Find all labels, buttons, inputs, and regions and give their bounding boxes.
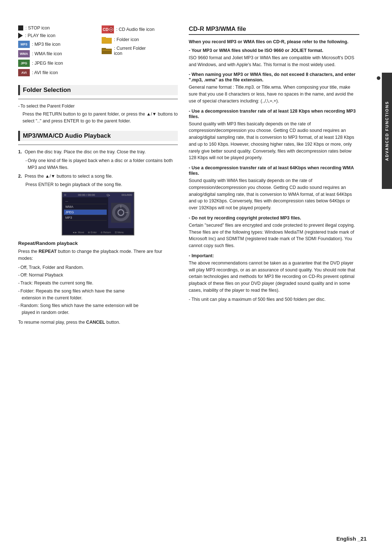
mp3-icon-label: : MP3 file icon [32,42,61,47]
folder-selection-divider [18,99,178,99]
cd-bullet-4: - Use a decompression transfer rate of a… [189,165,359,211]
mode-5: Random: Song files which have the same e… [18,302,178,316]
cd-bullet-1-text: ISO 9660 format and Joliet MP3 or WMA fi… [189,55,359,68]
svg-rect-10 [102,49,112,54]
cd-bullet-2-heading: - When naming your MP3 or WMA files, do … [189,72,355,82]
current-folder-icon-label: : Current Foldericon [114,46,146,56]
step1-note: Only one kind of file is played back whe… [25,157,178,171]
screen-move: ◄► Move [72,231,84,234]
screen-return: ⊘ Return [101,231,111,234]
step2: 2. Press the ▲/▼ buttons to select a son… [18,173,178,180]
mode-2: Off: Normal Playback [18,272,178,279]
cd-bullet-1-heading: - Your MP3 or WMA files should be ISO 96… [189,48,323,53]
resume-text: To resume normal play, press the CANCEL … [18,319,178,326]
mp3-section: MP3/WMA/CD Audio Playback 1. Open the di… [18,131,178,235]
screen-bottom-bar: ◄► Move ⊕ Enter ⊘ Return ☰ Menu [62,231,134,234]
wma-icon-label: : WMA file icon [32,51,62,56]
cd-bullet-5: - Do not try recording copyright protect… [189,215,359,249]
cd-bullet-5-text: Certain "secured" files are encrypted an… [189,222,359,249]
svg-rect-7 [102,38,112,43]
mp3-section-divider [18,145,178,145]
avi-icon-row: AVI : AVI file icon [18,69,94,76]
current-folder-icon-row: : Current Foldericon [102,46,178,56]
cd-audio-icon-row: CD : CD Audio file icon [102,25,178,33]
repeat-random-section: Repeat/Random playback Press the REPEAT … [18,241,178,326]
side-tab: Advanced Functions [382,73,392,189]
folder-selection-section: Folder Selection To select the Parent Fo… [18,85,178,124]
wma-icon: WMA [18,50,30,57]
avi-icon-label: : AVI file icon [32,70,58,75]
screen-menu: ☰ Menu [115,231,124,234]
icons-section: : STOP icon : PLAY file icon MP3 : MP3 f… [18,25,178,78]
left-column: : STOP icon : PLAY file icon MP3 : MP3 f… [18,25,178,524]
step2-note: Press ENTER to begin playback of the son… [25,181,178,188]
screen-item-mp3: MP3 [64,215,107,221]
screen-top-left: ⊙ [64,193,66,197]
cd-bullet-5-heading: - Do not try recording copyright protect… [189,215,301,221]
page-container: Advanced Functions : STOP icon : PLAY fi… [0,0,392,549]
cd-audio-icon-label: : CD Audio file icon [116,27,155,32]
screen-thumbnail [108,197,134,228]
screen-time: 00:00 / 00:00 [78,193,95,197]
svg-text:CD: CD [103,27,109,32]
stop-icon-label: : STOP icon [25,25,50,31]
cd-bullet-3: - Use a decompression transfer rate of a… [189,108,359,162]
stop-icon [18,25,23,31]
screen-track: 001/000 [122,193,132,197]
avi-icon: AVI [18,69,30,76]
cd-bullet-2-text: General name format : Title.mp3. or Titl… [189,84,359,104]
cd-important: - Important: The above recommendations c… [189,253,359,303]
cd-important-text: The above recommendations cannot be take… [189,260,359,294]
cd-audio-icon: CD [102,25,114,33]
mode-3: Track: Repeats the current song file. [18,280,178,287]
parent-folder-label: To select the Parent Folder [18,103,178,110]
screen-top-bar: ⊙ 00:00 / 00:00 Q₂ 001/000 [62,193,134,197]
play-icon [18,33,23,39]
icons-right: CD : CD Audio file icon [102,25,178,78]
screen-enter: ⊕ Enter [88,231,97,234]
side-tab-label: Advanced Functions [385,101,389,161]
play-icon-label: : PLAY file icon [25,33,56,38]
cd-bullet-2: - When naming your MP3 or WMA files, do … [189,72,359,104]
mp3-section-heading: MP3/WMA/CD Audio Playback [18,131,178,141]
cd-bullet-4-text: Sound quality with WMA files basically d… [189,177,359,211]
folder-icon-row: : Folder icon [102,36,178,44]
current-folder-icon [102,47,112,55]
repeat-intro: Press the REPEAT button to change the pl… [18,248,178,262]
mp3-icon: MP3 [18,41,30,48]
mp3-icon-row: MP3 : MP3 file icon [18,41,94,48]
screen-item-dots: ··· [64,199,107,204]
svg-point-4 [111,29,112,30]
mode-1: Off, Track, Folder and Random. [18,264,178,271]
main-content: : STOP icon : PLAY file icon MP3 : MP3 f… [0,15,392,534]
screen-list: ··· WMA JPEG MP3 [62,197,108,228]
folder-selection-heading: Folder Selection [18,85,178,95]
stop-icon-row: : STOP icon [18,25,94,31]
icons-left: : STOP icon : PLAY file icon MP3 : MP3 f… [18,25,94,78]
folder-icon [102,36,112,44]
screen-item-jpeg: JPEG [64,210,107,215]
repeat-random-heading: Repeat/Random playback [18,241,178,246]
jpg-icon-row: JPG : JPEG file icon [18,60,94,67]
cd-r-intro: When you record MP3 or WMA files on CD-R… [189,39,359,45]
cd-r-heading: CD-R MP3/WMA file [189,25,359,35]
parent-folder-text: Press the RETURN button to go to parent … [23,111,178,125]
cd-bullet-4-heading: - Use a decompression transfer rate of a… [189,165,354,176]
step1: 1. Open the disc tray. Place the disc on… [18,149,178,156]
screen-item-wma: WMA [64,204,107,210]
cd-important-heading: - Important: [189,253,214,258]
cd-bullet-3-heading: - Use a decompression transfer rate of a… [189,109,356,119]
cd-bullet-3-text: Sound quality with MP3 files basically d… [189,121,359,162]
jpg-icon: JPG [18,60,30,67]
page-footer: English _21 [336,536,367,542]
svg-rect-11 [102,50,111,51]
right-column: CD-R MP3/WMA file When you record MP3 or… [189,25,374,524]
folder-icon-label: : Folder icon [114,37,139,42]
play-icon-row: : PLAY file icon [18,33,94,39]
screen-repeat: Q₂ [107,193,110,197]
screen-simulation: ⊙ 00:00 / 00:00 Q₂ 001/000 ··· WMA JPEG … [62,192,134,235]
jpg-icon-label: : JPEG file icon [32,61,63,66]
wma-icon-row: WMA : WMA file icon [18,50,94,57]
cd-max-files-text: - This unit can play a maximum of 500 fi… [189,296,359,303]
cd-bullet-1: - Your MP3 or WMA files should be ISO 96… [189,48,359,68]
